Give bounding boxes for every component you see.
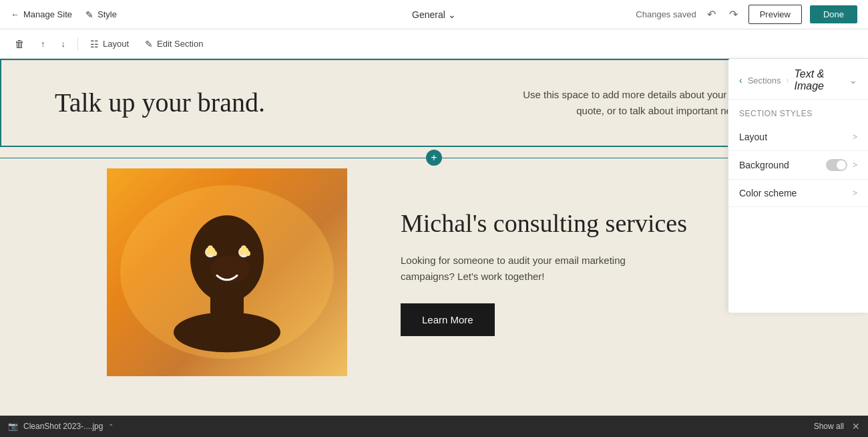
bottom-bar-right: Show all ✕ xyxy=(814,421,860,432)
learn-more-button[interactable]: Learn More xyxy=(401,303,495,336)
file-name: CleanShot 2023-....jpg xyxy=(23,422,103,431)
preview-button[interactable]: Preview xyxy=(748,5,802,24)
color-scheme-item-right: > xyxy=(853,188,857,198)
person-svg xyxy=(107,168,347,376)
svg-point-12 xyxy=(241,245,246,251)
section-styles-label: Section styles xyxy=(728,100,868,124)
topbar: ← Manage Site ✎ Style General ⌄ Changes … xyxy=(0,0,868,29)
arrow-up-icon: ↑ xyxy=(41,39,45,49)
chevron-down-icon: ⌄ xyxy=(448,9,456,20)
background-item-label: Background xyxy=(739,160,789,170)
panel-collapse-icon[interactable]: ⌄ xyxy=(849,75,857,86)
topbar-left: ← Manage Site ✎ Style xyxy=(11,9,117,20)
add-section-button[interactable]: + xyxy=(426,150,442,166)
layout-button[interactable]: ☷ Layout xyxy=(83,35,136,53)
consulting-description: Looking for someone to audit your email … xyxy=(401,253,654,285)
panel-title-row: ‹ Sections › Text & Image xyxy=(739,68,849,92)
panel-back-arrow[interactable]: ‹ xyxy=(739,75,742,86)
panel-breadcrumb[interactable]: Sections xyxy=(748,76,781,86)
layout-icon: ☷ xyxy=(90,39,99,49)
show-all-button[interactable]: Show all xyxy=(814,422,844,431)
back-icon: ← xyxy=(11,9,19,19)
file-icon: 📷 xyxy=(8,422,18,431)
layout-panel-item[interactable]: Layout > xyxy=(728,124,868,151)
general-selector[interactable]: General ⌄ xyxy=(412,9,456,20)
arrow-down-icon: ↓ xyxy=(61,39,66,49)
background-panel-item[interactable]: Background > xyxy=(728,151,868,180)
toolbar-divider xyxy=(77,37,78,51)
edit-section-button[interactable]: ✎ Edit Section xyxy=(138,35,210,53)
color-scheme-item-label: Color scheme xyxy=(739,188,797,198)
right-panel: ‹ Sections › Text & Image ⌄ Section styl… xyxy=(728,59,868,313)
svg-point-7 xyxy=(208,245,213,251)
layout-item-label: Layout xyxy=(739,132,767,142)
topbar-center: General ⌄ xyxy=(412,9,456,20)
layout-label: Layout xyxy=(103,39,129,49)
file-expand-icon[interactable]: ⌃ xyxy=(108,423,114,430)
close-bottom-bar-button[interactable]: ✕ xyxy=(852,421,860,432)
background-item-right: > xyxy=(826,159,857,171)
color-scheme-panel-item[interactable]: Color scheme > xyxy=(728,180,868,207)
svg-point-3 xyxy=(210,255,250,282)
background-chevron-icon: > xyxy=(853,160,857,170)
trash-icon: 🗑 xyxy=(15,38,25,49)
layout-chevron-icon: > xyxy=(853,132,857,142)
done-button[interactable]: Done xyxy=(810,5,857,23)
svg-point-8 xyxy=(212,251,217,256)
edit-icon: ✎ xyxy=(145,39,153,49)
edit-section-label: Edit Section xyxy=(157,39,203,49)
panel-title: Text & Image xyxy=(795,68,849,92)
undo-button[interactable]: ↶ xyxy=(704,5,718,23)
redo-button[interactable]: ↷ xyxy=(726,5,740,23)
brand-heading: Talk up your brand. xyxy=(55,87,265,119)
layout-item-right: > xyxy=(853,132,857,142)
svg-point-14 xyxy=(174,312,280,352)
topbar-right: Changes saved ↶ ↷ Preview Done xyxy=(636,5,857,24)
delete-section-button[interactable]: 🗑 xyxy=(8,34,31,53)
panel-header: ‹ Sections › Text & Image ⌄ xyxy=(728,59,868,100)
manage-site-label: Manage Site xyxy=(23,9,72,19)
brush-icon: ✎ xyxy=(85,9,93,20)
svg-point-13 xyxy=(245,251,250,256)
move-down-button[interactable]: ↓ xyxy=(55,35,73,53)
general-label: General xyxy=(412,9,445,20)
bottom-bar: 📷 CleanShot 2023-....jpg ⌃ Show all ✕ xyxy=(0,416,868,437)
consulting-image xyxy=(107,168,347,376)
changes-saved-label: Changes saved xyxy=(636,9,696,19)
breadcrumb-separator: › xyxy=(787,76,789,85)
background-toggle[interactable] xyxy=(826,159,847,171)
style-label: Style xyxy=(97,9,117,19)
color-scheme-chevron-icon: > xyxy=(853,188,857,198)
bottom-bar-left: 📷 CleanShot 2023-....jpg ⌃ xyxy=(8,422,114,431)
section-toolbar: 🗑 ↑ ↓ ☷ Layout ✎ Edit Section xyxy=(0,29,868,59)
move-up-button[interactable]: ↑ xyxy=(34,35,52,53)
style-button[interactable]: ✎ Style xyxy=(85,9,117,20)
manage-site-button[interactable]: ← Manage Site xyxy=(11,9,72,19)
